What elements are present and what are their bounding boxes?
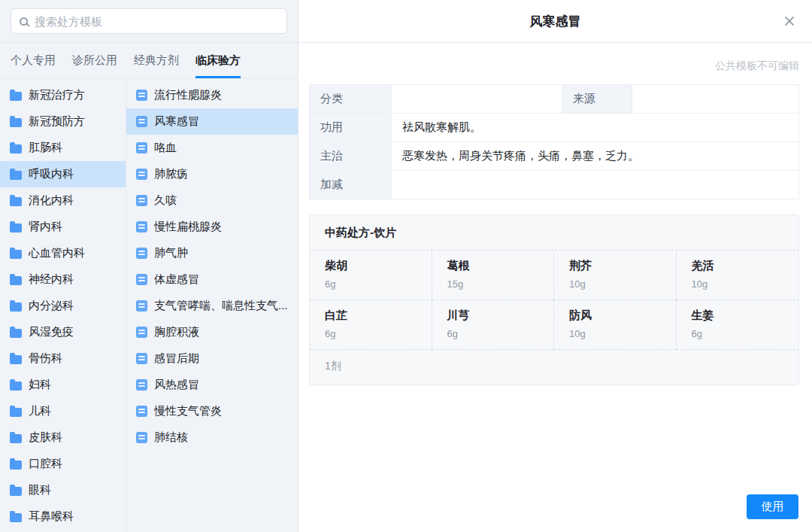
category-list: 新冠治疗方 新冠预防方 肛肠科 呼吸内科 消化内科 肾内科 心血管内科 神经内科…	[0, 79, 126, 532]
tab-classic-formulas[interactable]: 经典方剂	[134, 43, 179, 78]
category-label: 新冠治疗方	[29, 88, 85, 102]
category-item[interactable]: 肛肠科	[0, 135, 126, 161]
document-icon	[136, 379, 147, 391]
category-item[interactable]: 口腔科	[0, 451, 126, 477]
template-item[interactable]: 肺结核	[126, 424, 298, 451]
info-row-modification: 加减	[310, 171, 799, 199]
herb-dose: 6g	[325, 328, 417, 339]
document-icon	[136, 248, 147, 259]
template-item[interactable]: 感冒后期	[126, 345, 298, 372]
folder-icon	[10, 223, 22, 233]
category-field-value	[392, 85, 562, 114]
category-label: 消化内科	[29, 193, 74, 208]
herb-cell: 白芷6g	[310, 300, 432, 350]
category-item[interactable]: 消化内科	[0, 187, 126, 214]
category-label: 心血管内科	[29, 246, 85, 260]
template-label: 风热感冒	[154, 378, 199, 392]
template-item[interactable]: 肺脓疡	[126, 161, 298, 187]
category-item-selected[interactable]: 呼吸内科	[0, 161, 126, 187]
list-columns: 新冠治疗方 新冠预防方 肛肠科 呼吸内科 消化内科 肾内科 心血管内科 神经内科…	[0, 79, 298, 532]
template-item[interactable]: 体虚感冒	[126, 266, 298, 293]
category-item[interactable]: 耳鼻喉科	[0, 503, 126, 530]
category-item[interactable]: 皮肤科	[0, 424, 126, 451]
dialog-title: 风寒感冒	[530, 13, 581, 30]
herb-dose: 10g	[692, 278, 784, 290]
category-label: 肛肠科	[29, 141, 62, 155]
template-label: 咯血	[154, 141, 177, 155]
tab-personal[interactable]: 个人专用	[11, 43, 56, 78]
template-item[interactable]: 流行性腮腺炎	[126, 82, 298, 108]
category-item[interactable]: 眼科	[0, 477, 126, 503]
herb-name: 川芎	[447, 309, 539, 323]
herb-dose: 10g	[569, 328, 661, 339]
search-input[interactable]	[35, 15, 278, 28]
herb-cell: 柴胡6g	[310, 251, 432, 300]
category-item[interactable]: 骨伤科	[0, 345, 126, 372]
search-box[interactable]	[11, 8, 287, 34]
folder-icon	[10, 329, 22, 338]
template-item[interactable]: 久咳	[126, 187, 298, 214]
template-item[interactable]: 慢性扁桃腺炎	[126, 214, 298, 240]
herb-dose: 10g	[569, 278, 661, 290]
readonly-notice: 公共模板不可编辑	[309, 43, 799, 84]
template-item-selected[interactable]: 风寒感冒	[126, 108, 298, 135]
category-label: 神经内科	[29, 272, 74, 287]
prescription-box: 中药处方-饮片 柴胡6g 葛根15g 荆芥10g 羌活10g 白芷6g 川芎6g…	[309, 214, 799, 385]
template-item[interactable]: 咯血	[126, 135, 298, 161]
template-item[interactable]: 风热感冒	[126, 372, 298, 398]
category-label: 骨伤科	[29, 351, 62, 366]
use-button[interactable]: 使用	[747, 494, 798, 519]
close-icon[interactable]	[783, 14, 796, 28]
category-item[interactable]: 心血管内科	[0, 240, 126, 266]
category-item[interactable]: 妇科	[0, 372, 126, 398]
document-icon	[136, 169, 147, 180]
document-icon	[136, 116, 147, 127]
template-item[interactable]: 慢性支气管炎	[126, 398, 298, 424]
template-item[interactable]: 胸腔积液	[126, 319, 298, 345]
folder-icon	[10, 487, 22, 496]
herb-cell: 荆芥10g	[554, 251, 677, 300]
category-label: 皮肤科	[29, 430, 62, 445]
herb-name: 防风	[569, 309, 661, 323]
herb-cell: 防风10g	[554, 300, 677, 350]
herb-name: 荆芥	[569, 259, 661, 273]
indication-field-value: 恶寒发热，周身关节疼痛，头痛，鼻塞，乏力。	[392, 142, 799, 171]
tab-bar: 个人专用 诊所公用 经典方剂 临床验方	[0, 43, 298, 79]
herb-name: 生姜	[692, 309, 784, 323]
category-label: 新冠预防方	[29, 114, 85, 129]
category-label: 口腔科	[29, 457, 62, 471]
category-item[interactable]: 新冠预防方	[0, 108, 126, 135]
herb-cell: 羌活10g	[677, 251, 799, 300]
category-field-label: 分类	[310, 85, 392, 114]
template-label: 体虚感冒	[154, 272, 199, 287]
folder-icon	[10, 461, 22, 470]
template-item[interactable]: 肺气肿	[126, 240, 298, 266]
tab-clinic-shared[interactable]: 诊所公用	[72, 43, 117, 78]
category-item[interactable]: 肾内科	[0, 214, 126, 240]
herb-dose: 15g	[447, 278, 539, 290]
folder-icon	[10, 408, 22, 417]
category-item[interactable]: 神经内科	[0, 266, 126, 293]
category-label: 耳鼻喉科	[29, 509, 74, 524]
info-row-function: 功用 祛风散寒解肌。	[310, 114, 799, 142]
category-item[interactable]: 风湿免疫	[0, 319, 126, 345]
herb-name: 白芷	[325, 309, 417, 323]
info-table: 分类 来源 功用 祛风散寒解肌。 主治 恶寒发热，周身关节疼痛，头痛，鼻塞，乏力…	[309, 84, 799, 199]
template-label: 慢性支气管炎	[154, 404, 222, 418]
herb-dose: 6g	[447, 328, 539, 339]
template-label: 流行性腮腺炎	[154, 88, 222, 102]
document-icon	[136, 406, 147, 417]
folder-icon	[10, 355, 22, 364]
dialog-header: 风寒感冒	[298, 0, 812, 43]
tab-clinical-proven[interactable]: 临床验方	[195, 43, 241, 78]
indication-field-label: 主治	[310, 142, 392, 171]
template-item[interactable]: 支气管哮喘、喘息性支气...	[126, 293, 298, 319]
category-label: 肾内科	[29, 220, 62, 234]
category-item[interactable]: 内分泌科	[0, 293, 126, 319]
category-label: 儿科	[29, 404, 51, 418]
function-field-value: 祛风散寒解肌。	[392, 114, 799, 142]
document-icon	[136, 327, 147, 338]
category-item[interactable]: 新冠治疗方	[0, 82, 126, 108]
modification-field-label: 加减	[310, 171, 392, 199]
category-item[interactable]: 儿科	[0, 398, 126, 424]
